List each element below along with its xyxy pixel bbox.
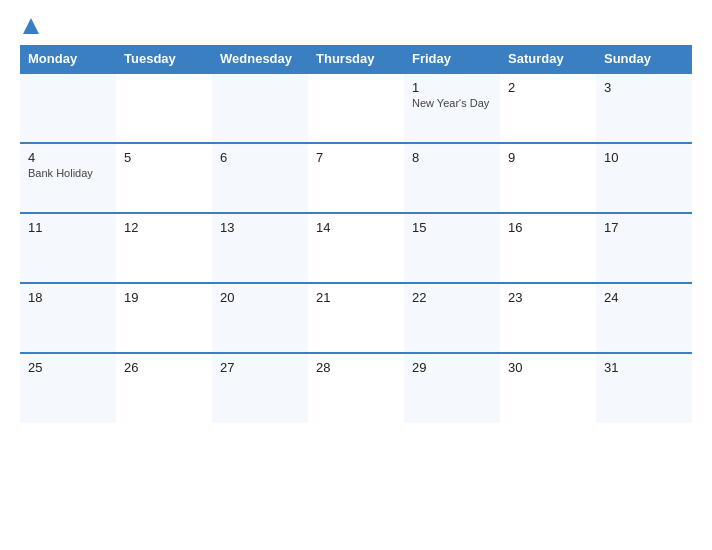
day-number: 3 <box>604 80 684 95</box>
weekday-header-friday: Friday <box>404 45 500 73</box>
day-number: 21 <box>316 290 396 305</box>
day-number: 22 <box>412 290 492 305</box>
day-number: 24 <box>604 290 684 305</box>
day-cell: 12 <box>116 213 212 283</box>
day-cell: 26 <box>116 353 212 423</box>
day-cell: 10 <box>596 143 692 213</box>
day-number: 9 <box>508 150 588 165</box>
day-number: 29 <box>412 360 492 375</box>
logo <box>20 15 45 37</box>
day-number: 5 <box>124 150 204 165</box>
day-cell: 6 <box>212 143 308 213</box>
day-number: 2 <box>508 80 588 95</box>
day-cell: 8 <box>404 143 500 213</box>
day-number: 16 <box>508 220 588 235</box>
day-cell: 2 <box>500 73 596 143</box>
day-number: 25 <box>28 360 108 375</box>
day-cell: 4Bank Holiday <box>20 143 116 213</box>
day-cell: 5 <box>116 143 212 213</box>
day-cell: 20 <box>212 283 308 353</box>
day-cell <box>20 73 116 143</box>
day-number: 6 <box>220 150 300 165</box>
weekday-header-row: MondayTuesdayWednesdayThursdayFridaySatu… <box>20 45 692 73</box>
day-number: 1 <box>412 80 492 95</box>
week-row-5: 25262728293031 <box>20 353 692 423</box>
day-number: 11 <box>28 220 108 235</box>
weekday-header-saturday: Saturday <box>500 45 596 73</box>
weekday-header-monday: Monday <box>20 45 116 73</box>
day-cell: 21 <box>308 283 404 353</box>
day-number: 28 <box>316 360 396 375</box>
weekday-header-thursday: Thursday <box>308 45 404 73</box>
day-cell <box>212 73 308 143</box>
day-cell: 19 <box>116 283 212 353</box>
day-cell: 7 <box>308 143 404 213</box>
calendar-table: MondayTuesdayWednesdayThursdayFridaySatu… <box>20 45 692 423</box>
week-row-3: 11121314151617 <box>20 213 692 283</box>
day-number: 8 <box>412 150 492 165</box>
day-number: 17 <box>604 220 684 235</box>
day-cell: 16 <box>500 213 596 283</box>
day-cell: 18 <box>20 283 116 353</box>
day-cell: 22 <box>404 283 500 353</box>
day-cell: 27 <box>212 353 308 423</box>
logo-icon <box>20 15 42 37</box>
day-number: 4 <box>28 150 108 165</box>
day-cell: 25 <box>20 353 116 423</box>
day-cell: 17 <box>596 213 692 283</box>
day-event: Bank Holiday <box>28 167 108 179</box>
day-number: 27 <box>220 360 300 375</box>
day-number: 30 <box>508 360 588 375</box>
day-number: 12 <box>124 220 204 235</box>
day-number: 23 <box>508 290 588 305</box>
day-number: 15 <box>412 220 492 235</box>
day-cell: 14 <box>308 213 404 283</box>
week-row-1: 1New Year's Day23 <box>20 73 692 143</box>
day-cell: 31 <box>596 353 692 423</box>
day-cell <box>308 73 404 143</box>
day-cell: 3 <box>596 73 692 143</box>
day-cell: 28 <box>308 353 404 423</box>
day-number: 10 <box>604 150 684 165</box>
day-number: 20 <box>220 290 300 305</box>
page: MondayTuesdayWednesdayThursdayFridaySatu… <box>0 0 712 550</box>
day-cell: 13 <box>212 213 308 283</box>
weekday-header-tuesday: Tuesday <box>116 45 212 73</box>
day-cell: 15 <box>404 213 500 283</box>
day-cell <box>116 73 212 143</box>
day-cell: 23 <box>500 283 596 353</box>
day-number: 19 <box>124 290 204 305</box>
day-number: 31 <box>604 360 684 375</box>
week-row-4: 18192021222324 <box>20 283 692 353</box>
day-cell: 11 <box>20 213 116 283</box>
day-number: 14 <box>316 220 396 235</box>
day-cell: 29 <box>404 353 500 423</box>
day-cell: 1New Year's Day <box>404 73 500 143</box>
day-number: 26 <box>124 360 204 375</box>
day-number: 13 <box>220 220 300 235</box>
week-row-2: 4Bank Holiday5678910 <box>20 143 692 213</box>
day-cell: 30 <box>500 353 596 423</box>
day-number: 18 <box>28 290 108 305</box>
day-event: New Year's Day <box>412 97 492 109</box>
weekday-header-wednesday: Wednesday <box>212 45 308 73</box>
day-cell: 9 <box>500 143 596 213</box>
day-cell: 24 <box>596 283 692 353</box>
weekday-header-sunday: Sunday <box>596 45 692 73</box>
day-number: 7 <box>316 150 396 165</box>
header <box>20 15 692 37</box>
